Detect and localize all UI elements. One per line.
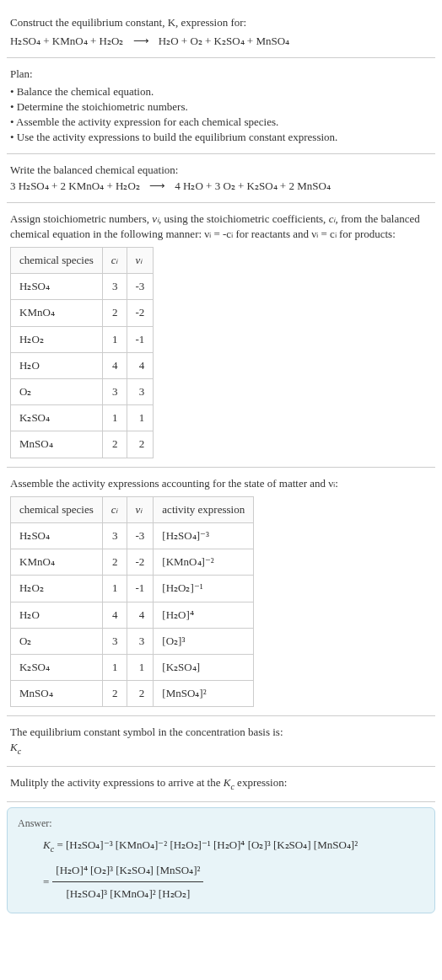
intro-section: Construct the equilibrium constant, K, e… [7,7,435,58]
kc-symbol-section: The equilibrium constant symbol in the c… [7,716,435,767]
balanced-title: Write the balanced chemical equation: [10,163,432,178]
table-row: O₂33[O₂]³ [11,628,254,654]
answer-line1: Kc = [H₂SO₄]⁻³ [KMnO₄]⁻² [H₂O₂]⁻¹ [H₂O]⁴… [43,835,424,857]
plan-title: Plan: [10,67,432,82]
activity-table: chemical species cᵢ νᵢ activity expressi… [10,496,254,708]
table-row: KMnO₄2-2[KMnO₄]⁻² [11,549,254,576]
denominator: [H₂SO₄]³ [KMnO₄]² [H₂O₂] [52,882,203,903]
eq-right: H₂O + O₂ + K₂SO₄ + MnSO₄ [159,35,289,47]
plan-item: Use the activity expressions to build th… [10,130,432,145]
table-row: H₂O₂1-1 [11,326,154,352]
table-row: H₂SO₄3-3[H₂SO₄]⁻³ [11,522,254,549]
plan-list: Balance the chemical equation. Determine… [10,84,432,146]
arrow-icon: ⟶ [149,179,165,192]
table-row: O₂33 [11,379,154,405]
plan-section: Plan: Balance the chemical equation. Det… [7,58,435,154]
equals-sign: = [43,872,49,892]
arrow-icon: ⟶ [133,35,149,47]
stoich-table: chemical species cᵢ νᵢ H₂SO₄3-3 KMnO₄2-2… [10,247,154,458]
table-row: H₂O₂1-1[H₂O₂]⁻¹ [11,576,254,602]
table-row: H₂SO₄3-3 [11,274,154,300]
col-expr: activity expression [154,496,254,522]
table-header-row: chemical species cᵢ νᵢ activity expressi… [11,496,254,522]
table-row: MnSO₄22[MnSO₄]² [11,681,254,707]
col-species: chemical species [11,248,103,274]
numerator: [H₂O]⁴ [O₂]³ [K₂SO₄] [MnSO₄]² [52,860,203,882]
answer-line2: = [H₂O]⁴ [O₂]³ [K₂SO₄] [MnSO₄]² [H₂SO₄]³… [43,860,424,904]
col-ci: cᵢ [102,248,127,274]
fraction: [H₂O]⁴ [O₂]³ [K₂SO₄] [MnSO₄]² [H₂SO₄]³ [… [52,860,203,904]
answer-box: Answer: Kc = [H₂SO₄]⁻³ [KMnO₄]⁻² [H₂O₂]⁻… [7,807,435,913]
table-row: K₂SO₄11[K₂SO₄] [11,654,254,680]
balanced-section: Write the balanced chemical equation: 3 … [7,154,435,202]
intro-equation: H₂SO₄ + KMnO₄ + H₂O₂ ⟶ H₂O + O₂ + K₂SO₄ … [10,34,432,49]
stoich-section: Assign stoichiometric numbers, νᵢ, using… [7,203,435,468]
plan-item: Determine the stoichiometric numbers. [10,99,432,115]
eq-left: 3 H₂SO₄ + 2 KMnO₄ + H₂O₂ [10,179,140,192]
eq-right: 4 H₂O + 3 O₂ + K₂SO₄ + 2 MnSO₄ [175,179,331,192]
col-ci: cᵢ [102,496,127,522]
stoich-description: Assign stoichiometric numbers, νᵢ, using… [10,212,432,242]
activity-section: Assemble the activity expressions accoun… [7,468,435,717]
multiply-text: Mulitply the activity expressions to arr… [10,775,432,793]
col-vi: νᵢ [127,496,154,522]
col-vi: νᵢ [127,248,154,274]
activity-description: Assemble the activity expressions accoun… [10,476,432,491]
answer-content: Kc = [H₂SO₄]⁻³ [KMnO₄]⁻² [H₂O₂]⁻¹ [H₂O]⁴… [18,835,424,903]
table-row: H₂O44[H₂O]⁴ [11,602,254,628]
answer-label: Answer: [18,817,424,831]
table-header-row: chemical species cᵢ νᵢ [11,248,154,274]
intro-text: Construct the equilibrium constant, K, e… [10,15,432,30]
plan-item: Balance the chemical equation. [10,84,432,99]
kc-symbol: Kc [10,740,432,758]
table-row: H₂O44 [11,352,154,378]
table-row: KMnO₄2-2 [11,300,154,326]
balanced-equation: 3 H₂SO₄ + 2 KMnO₄ + H₂O₂ ⟶ 4 H₂O + 3 O₂ … [10,179,432,194]
table-row: MnSO₄22 [11,431,154,458]
col-species: chemical species [11,496,103,522]
plan-item: Assemble the activity expression for eac… [10,115,432,130]
kc-symbol-text: The equilibrium constant symbol in the c… [10,725,432,740]
intro-line1: Construct the equilibrium constant, K, e… [10,16,246,29]
table-row: K₂SO₄11 [11,405,154,431]
multiply-section: Mulitply the activity expressions to arr… [7,767,435,802]
eq-left: H₂SO₄ + KMnO₄ + H₂O₂ [10,35,123,47]
